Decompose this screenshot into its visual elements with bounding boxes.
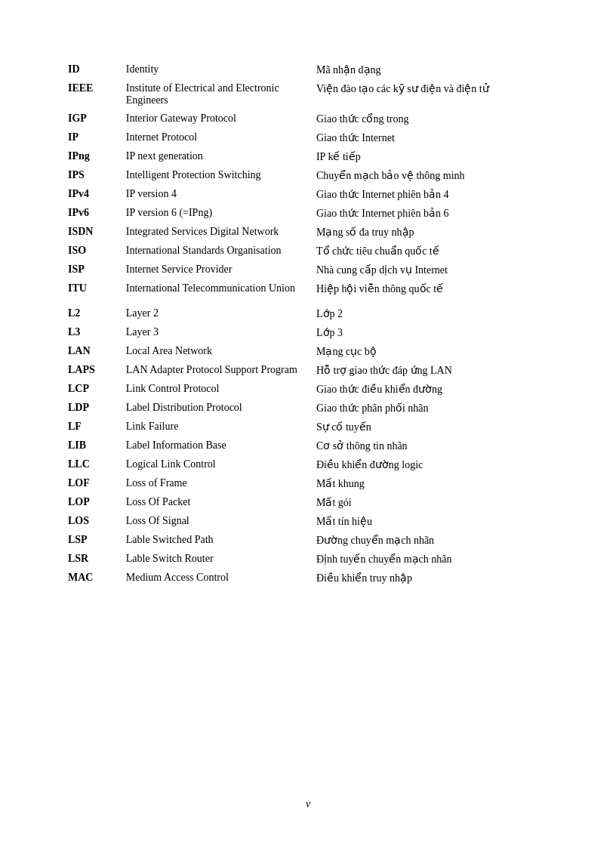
table-row: ITUInternational Telecommunication Union… — [68, 279, 548, 298]
full-form-cell: International Telecommunication Union — [126, 279, 316, 298]
vietnamese-cell: Viện đào tạo các kỹ sư điện và điện tử — [316, 79, 548, 109]
vietnamese-cell: Mất khung — [316, 474, 548, 493]
full-form-cell: Internet Protocol — [126, 128, 316, 147]
vietnamese-cell: Sự cố tuyến — [316, 418, 548, 436]
abbreviation-cell: LDP — [68, 399, 126, 418]
table-row: LDPLabel Distribution ProtocolGiao thức … — [68, 399, 548, 418]
vietnamese-cell: Tổ chức tiêu chuẩn quốc tế — [316, 242, 548, 261]
full-form-cell: IP next generation — [126, 147, 316, 166]
full-form-cell: Integrated Services Digital Network — [126, 223, 316, 242]
vietnamese-cell: Điều khiển đường logic — [316, 455, 548, 474]
table-row: ISPInternet Service ProviderNhà cung cấp… — [68, 261, 548, 279]
abbreviation-cell: IPS — [68, 166, 126, 185]
full-form-cell: Institute of Electrical and Electronic E… — [126, 79, 316, 109]
abbreviation-cell: IPv6 — [68, 204, 126, 223]
table-row: LFLink FailureSự cố tuyến — [68, 418, 548, 436]
abbreviation-cell: LOS — [68, 512, 126, 531]
abbreviation-cell: IPv4 — [68, 185, 126, 204]
vietnamese-cell: Cơ sở thông tin nhãn — [316, 436, 548, 455]
full-form-cell: Label Distribution Protocol — [126, 399, 316, 418]
table-row: IGPInterior Gateway ProtocolGiao thức cổ… — [68, 109, 548, 128]
full-form-cell: Identity — [126, 60, 316, 79]
page-number: v — [306, 798, 310, 809]
vietnamese-cell: Mã nhận dạng — [316, 60, 548, 79]
abbreviation-table: IDIdentityMã nhận dạngIEEEInstitute of E… — [68, 60, 548, 587]
full-form-cell: Interior Gateway Protocol — [126, 109, 316, 128]
table-row: IPInternet ProtocolGiao thức Internet — [68, 128, 548, 147]
vietnamese-cell: IP kế tiếp — [316, 147, 548, 166]
full-form-cell: Lable Switched Path — [126, 531, 316, 550]
table-row: IDIdentityMã nhận dạng — [68, 60, 548, 79]
table-row: IPv6IP version 6 (=IPng)Giao thức Intern… — [68, 204, 548, 223]
abbreviation-cell: ITU — [68, 279, 126, 298]
abbreviation-cell: ISO — [68, 242, 126, 261]
abbreviation-cell: LIB — [68, 436, 126, 455]
full-form-cell: Layer 3 — [126, 323, 316, 342]
page-footer: v — [0, 798, 616, 810]
vietnamese-cell: Mất gói — [316, 493, 548, 512]
vietnamese-cell: Đường chuyển mạch nhãn — [316, 531, 548, 550]
table-row: LSRLable Switch RouterĐịnh tuyến chuyển … — [68, 550, 548, 569]
abbreviation-cell: LSR — [68, 550, 126, 569]
table-row: IEEEInstitute of Electrical and Electron… — [68, 79, 548, 109]
vietnamese-cell: Giao thức Internet phiên bản 6 — [316, 204, 548, 223]
table-row: LSPLable Switched PathĐường chuyển mạch … — [68, 531, 548, 550]
vietnamese-cell: Giao thức điều khiển đường — [316, 380, 548, 399]
vietnamese-cell: Giao thức phân phối nhãn — [316, 399, 548, 418]
abbreviation-cell: ISDN — [68, 223, 126, 242]
full-form-cell: Label Information Base — [126, 436, 316, 455]
vietnamese-cell: Chuyển mạch bảo vệ thông minh — [316, 166, 548, 185]
abbreviation-cell: LF — [68, 418, 126, 436]
abbreviation-cell: IPng — [68, 147, 126, 166]
vietnamese-cell: Nhà cung cấp dịch vụ Internet — [316, 261, 548, 279]
full-form-cell: International Standards Organisation — [126, 242, 316, 261]
full-form-cell: IP version 6 (=IPng) — [126, 204, 316, 223]
vietnamese-cell: Hiệp hội viễn thông quốc tế — [316, 279, 548, 298]
table-row: LLCLogical Link ControlĐiều khiển đường … — [68, 455, 548, 474]
abbreviation-cell: IGP — [68, 109, 126, 128]
abbreviation-cell: ID — [68, 60, 126, 79]
abbreviation-cell: LOP — [68, 493, 126, 512]
full-form-cell: LAN Adapter Protocol Support Program — [126, 361, 316, 380]
table-row: LOSLoss Of SignalMất tín hiệu — [68, 512, 548, 531]
vietnamese-cell: Giao thức cổng trong — [316, 109, 548, 128]
vietnamese-cell: Giao thức Internet phiên bản 4 — [316, 185, 548, 204]
abbreviation-cell: LOF — [68, 474, 126, 493]
abbreviation-cell: LSP — [68, 531, 126, 550]
abbreviation-cell: L3 — [68, 323, 126, 342]
page: IDIdentityMã nhận dạngIEEEInstitute of E… — [0, 0, 616, 848]
abbreviation-cell: LLC — [68, 455, 126, 474]
abbreviation-cell: L2 — [68, 304, 126, 323]
vietnamese-cell: Giao thức Internet — [316, 128, 548, 147]
table-row: ISOInternational Standards OrganisationT… — [68, 242, 548, 261]
abbreviation-cell: LAPS — [68, 361, 126, 380]
table-row: L3Layer 3Lớp 3 — [68, 323, 548, 342]
full-form-cell: Loss Of Signal — [126, 512, 316, 531]
vietnamese-cell: Lớp 2 — [316, 304, 548, 323]
full-form-cell: Local Area Network — [126, 342, 316, 361]
table-row: IPngIP next generationIP kế tiếp — [68, 147, 548, 166]
full-form-cell: Logical Link Control — [126, 455, 316, 474]
table-row: LOFLoss of FrameMất khung — [68, 474, 548, 493]
abbreviation-cell: LCP — [68, 380, 126, 399]
vietnamese-cell: Lớp 3 — [316, 323, 548, 342]
full-form-cell: Internet Service Provider — [126, 261, 316, 279]
full-form-cell: Loss of Frame — [126, 474, 316, 493]
table-row: LAPSLAN Adapter Protocol Support Program… — [68, 361, 548, 380]
full-form-cell: Intelligent Protection Switching — [126, 166, 316, 185]
table-row: LOPLoss Of PacketMất gói — [68, 493, 548, 512]
full-form-cell: IP version 4 — [126, 185, 316, 204]
table-row: LIBLabel Information BaseCơ sở thông tin… — [68, 436, 548, 455]
vietnamese-cell: Điều khiển truy nhập — [316, 569, 548, 587]
abbreviation-cell: IEEE — [68, 79, 126, 109]
vietnamese-cell: Định tuyến chuyển mạch nhãn — [316, 550, 548, 569]
abbreviation-cell: LAN — [68, 342, 126, 361]
table-row: ISDNIntegrated Services Digital NetworkM… — [68, 223, 548, 242]
full-form-cell: Link Control Protocol — [126, 380, 316, 399]
full-form-cell: Medium Access Control — [126, 569, 316, 587]
table-row: MACMedium Access ControlĐiều khiển truy … — [68, 569, 548, 587]
abbreviation-cell: IP — [68, 128, 126, 147]
full-form-cell: Loss Of Packet — [126, 493, 316, 512]
vietnamese-cell: Mạng cục bộ — [316, 342, 548, 361]
table-row: LCPLink Control ProtocolGiao thức điều k… — [68, 380, 548, 399]
